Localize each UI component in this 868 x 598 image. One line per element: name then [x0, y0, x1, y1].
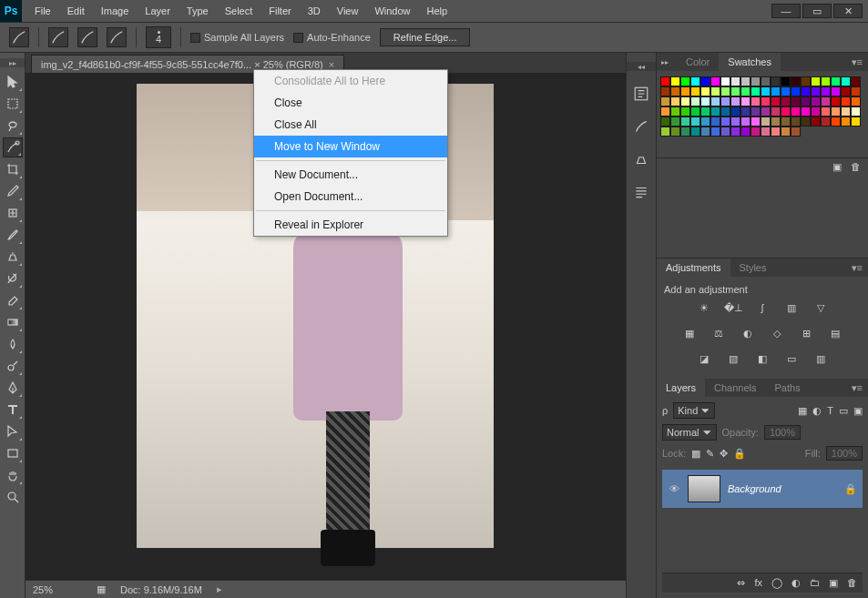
swatch[interactable]: [801, 96, 811, 106]
status-arrow-icon[interactable]: ▸: [217, 583, 222, 595]
dodge-tool[interactable]: [3, 356, 23, 376]
swatch[interactable]: [771, 127, 781, 137]
new-swatch-icon[interactable]: ▣: [832, 161, 842, 173]
window-maximize-button[interactable]: ▭: [802, 4, 832, 18]
brush-tool[interactable]: [3, 225, 23, 245]
layer-filter-kind-select[interactable]: Kind ⏷: [673, 402, 715, 419]
strip-expand-icon[interactable]: ◂◂: [627, 62, 656, 71]
filter-shape-icon[interactable]: ▭: [839, 405, 848, 417]
swatch[interactable]: [851, 96, 861, 106]
lock-position-icon[interactable]: ✥: [720, 448, 728, 460]
swatch[interactable]: [841, 106, 851, 117]
status-menu-icon[interactable]: ▦: [97, 583, 106, 595]
filter-pixel-icon[interactable]: ▦: [798, 405, 807, 417]
swatch[interactable]: [670, 117, 680, 127]
swatch[interactable]: [831, 76, 841, 86]
swatch[interactable]: [690, 117, 700, 127]
balance-icon[interactable]: ⚖: [710, 326, 727, 340]
delete-layer-icon[interactable]: 🗑: [847, 577, 857, 589]
swatch[interactable]: [710, 106, 720, 117]
swatch[interactable]: [700, 106, 710, 117]
clone-stamp-tool[interactable]: [3, 247, 23, 267]
menu-file[interactable]: File: [27, 2, 58, 20]
zoom-level[interactable]: 25%: [33, 584, 82, 595]
filter-type-icon[interactable]: T: [827, 405, 833, 417]
tab-color[interactable]: Color: [677, 53, 719, 71]
swatch[interactable]: [821, 76, 831, 86]
brush-preset-icon[interactable]: [631, 117, 651, 137]
swatch[interactable]: [720, 127, 730, 137]
swatch[interactable]: [680, 127, 690, 137]
auto-enhance-checkbox[interactable]: Auto-Enhance: [293, 32, 371, 43]
swatch[interactable]: [710, 117, 720, 127]
swatch[interactable]: [801, 86, 811, 96]
swatch[interactable]: [781, 106, 791, 117]
swatch[interactable]: [751, 127, 761, 137]
swatch[interactable]: [811, 106, 821, 117]
quick-selection-new-icon[interactable]: [77, 27, 97, 47]
tab-paths[interactable]: Paths: [766, 379, 810, 397]
clone-source-icon[interactable]: [631, 149, 651, 169]
window-minimize-button[interactable]: —: [771, 4, 801, 18]
eraser-tool[interactable]: [3, 290, 23, 310]
swatch[interactable]: [690, 76, 700, 86]
path-selection-tool[interactable]: [3, 421, 23, 441]
swatch[interactable]: [761, 117, 771, 127]
swatch[interactable]: [791, 86, 801, 96]
swatch[interactable]: [730, 76, 740, 86]
swatch[interactable]: [751, 86, 761, 96]
tab-adjustments[interactable]: Adjustments: [657, 258, 730, 277]
swatch[interactable]: [761, 127, 771, 137]
channel-mixer-icon[interactable]: ⊞: [798, 326, 814, 340]
swatch[interactable]: [700, 76, 710, 86]
swatch[interactable]: [710, 76, 720, 86]
swatch[interactable]: [700, 117, 710, 127]
swatch[interactable]: [700, 86, 710, 96]
menu-view[interactable]: View: [330, 2, 366, 20]
swatch[interactable]: [771, 76, 781, 86]
swatch[interactable]: [710, 86, 720, 96]
gradient-tool[interactable]: [3, 312, 23, 332]
fill-value[interactable]: 100%: [826, 446, 863, 461]
swatch[interactable]: [791, 106, 801, 117]
swatch[interactable]: [791, 96, 801, 106]
swatch[interactable]: [730, 127, 740, 137]
swatch[interactable]: [751, 76, 761, 86]
swatch[interactable]: [761, 106, 771, 117]
layer-name[interactable]: Background: [728, 483, 781, 494]
swatch[interactable]: [771, 117, 781, 127]
swatch[interactable]: [680, 117, 690, 127]
brightness-icon[interactable]: ☀: [696, 300, 712, 315]
swatch[interactable]: [801, 76, 811, 86]
tab-layers[interactable]: Layers: [657, 379, 705, 397]
filter-adjust-icon[interactable]: ◐: [812, 405, 822, 417]
tab-channels[interactable]: Channels: [705, 379, 765, 397]
context-menu-item[interactable]: Close: [254, 92, 447, 114]
opacity-value[interactable]: 100%: [764, 425, 801, 440]
swatch[interactable]: [751, 117, 761, 127]
swatch[interactable]: [751, 96, 761, 106]
swatch[interactable]: [700, 96, 710, 106]
swatch[interactable]: [771, 106, 781, 117]
swatch[interactable]: [761, 76, 771, 86]
swatch[interactable]: [841, 117, 851, 127]
swatch[interactable]: [700, 127, 710, 137]
context-menu-item[interactable]: Open Document...: [254, 186, 447, 208]
swatch[interactable]: [851, 106, 861, 117]
swatch[interactable]: [740, 96, 751, 106]
swatch[interactable]: [680, 106, 690, 117]
swatch[interactable]: [730, 96, 740, 106]
menu-3d[interactable]: 3D: [301, 2, 328, 20]
swatch[interactable]: [831, 86, 841, 96]
swatch[interactable]: [670, 76, 680, 86]
swatch[interactable]: [680, 86, 690, 96]
swatch[interactable]: [761, 96, 771, 106]
hue-icon[interactable]: ▦: [681, 326, 698, 340]
swatch[interactable]: [851, 86, 861, 96]
swatch[interactable]: [811, 117, 821, 127]
swatch[interactable]: [720, 106, 730, 117]
swatch[interactable]: [771, 86, 781, 96]
photo-filter-icon[interactable]: ◇: [769, 326, 785, 340]
swatches-panel-menu-icon[interactable]: ▾≡: [846, 56, 868, 68]
swatch[interactable]: [660, 86, 670, 96]
